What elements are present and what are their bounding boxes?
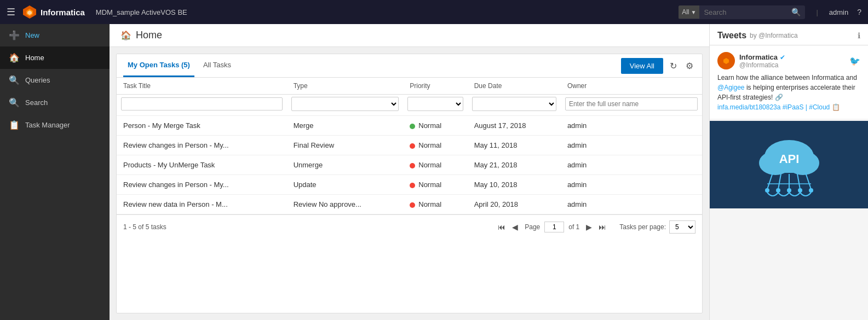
svg-point-17 [776, 188, 780, 193]
tweets-header: Tweets by @Informatica ℹ [710, 24, 868, 45]
first-page-button[interactable]: ⏮ [496, 222, 508, 232]
cell-owner-1: admin [561, 136, 702, 155]
help-icon[interactable]: ? [857, 8, 861, 16]
tweet-tags: #iPaaS | #Cloud [783, 103, 830, 111]
table-row: Products - My UnMerge Task Unmerge Norma… [117, 155, 702, 175]
tweet-name-row: Informatica ✔ [739, 53, 785, 61]
global-search: All ▼ 🔍 [679, 5, 805, 19]
sidebar-item-task-manager[interactable]: 📋 Task Manager [0, 114, 110, 136]
sidebar-label-new: New [25, 31, 39, 39]
last-page-button[interactable]: ⏭ [596, 222, 608, 232]
tab-my-open-tasks[interactable]: My Open Tasks (5) [123, 54, 194, 77]
sidebar-label-search: Search [25, 98, 48, 107]
cell-title-4: Review new data in Person - M... [117, 195, 287, 214]
tweets-title: Tweets [717, 31, 746, 40]
settings-button[interactable]: ⚙ [683, 59, 695, 73]
tab-all-tasks[interactable]: All Tasks [199, 54, 235, 77]
priority-dot-2 [410, 163, 415, 168]
main-content: 🏠 Home My Open Tasks (5) All Tasks View … [110, 24, 709, 320]
filter-row [117, 95, 702, 116]
user-label[interactable]: admin [829, 8, 848, 16]
logo-text: Informatica [41, 8, 85, 17]
prev-page-button[interactable]: ◀ [510, 222, 520, 232]
cell-due-date-4: April 20, 2018 [468, 195, 561, 214]
filter-due-date-select[interactable] [472, 97, 556, 111]
cell-priority-0: Normal [403, 116, 467, 136]
cell-priority-2: Normal [403, 155, 467, 175]
next-page-button[interactable]: ▶ [584, 222, 594, 232]
global-search-input[interactable] [699, 5, 787, 19]
cell-type-2: Unmerge [287, 155, 404, 175]
table-row: Review new data in Person - M... Review … [117, 195, 702, 214]
svg-point-20 [809, 188, 813, 193]
tweet-link[interactable]: infa.media/bt180823a [717, 103, 780, 111]
topnav: ☰ Informatica MDM_sample ActiveVOS BE Al… [0, 0, 868, 24]
per-page-controls: Tasks per page: 5 10 25 [619, 220, 695, 234]
tab-actions: View All ↻ ⚙ [621, 58, 695, 74]
filter-type-cell [287, 95, 404, 116]
verified-icon: ✔ [780, 54, 785, 61]
page-header: 🏠 Home [110, 24, 709, 47]
priority-dot-4 [410, 202, 415, 208]
tweet-author-name: Informatica [739, 53, 778, 61]
cell-title-3: Review changes in Person - My... [117, 175, 287, 195]
search-icon: 🔍 [787, 8, 805, 16]
pagination-controls: ⏮ ◀ Page of 1 ▶ ⏭ [496, 222, 608, 232]
tweet-author: Informatica ✔ @Informatica 🐦 [717, 52, 860, 69]
view-all-button[interactable]: View All [621, 58, 663, 74]
filter-owner-input[interactable] [565, 97, 698, 110]
cell-title-1: Review changes in Person - My... [117, 136, 287, 155]
cell-due-date-3: May 10, 2018 [468, 175, 561, 195]
sidebar-item-home[interactable]: 🏠 Home [0, 46, 110, 69]
tweet-copy-icon: 📋 [832, 103, 840, 111]
hamburger-menu[interactable]: ☰ [7, 6, 15, 18]
filter-title-cell [117, 95, 287, 116]
svg-text:API: API [779, 152, 799, 166]
cell-owner-2: admin [561, 155, 702, 175]
api-illustration: API [729, 124, 849, 206]
home-icon: 🏠 [9, 53, 20, 63]
col-task-title: Task Title [117, 78, 287, 95]
new-icon: ➕ [9, 30, 20, 40]
logo: Informatica [22, 4, 85, 20]
refresh-button[interactable]: ↻ [668, 59, 679, 73]
filter-type-select[interactable] [291, 97, 399, 111]
api-image: API [710, 121, 868, 208]
sidebar-item-search[interactable]: 🔍 Search [0, 91, 110, 114]
cell-type-3: Update [287, 175, 404, 195]
tweet-handle: @Informatica [739, 61, 785, 69]
tweet-card: Informatica ✔ @Informatica 🐦 Learn how t… [710, 45, 868, 119]
sidebar: ➕ New 🏠 Home 🔍 Queries 🔍 Search 📋 Task M… [0, 24, 110, 320]
cell-title-2: Products - My UnMerge Task [117, 155, 287, 175]
cell-priority-3: Normal [403, 175, 467, 195]
cell-priority-4: Normal [403, 195, 467, 214]
page-number-input[interactable] [544, 222, 564, 232]
cell-type-1: Final Review [287, 136, 404, 155]
cell-owner-4: admin [561, 195, 702, 214]
tweet-author-info: Informatica ✔ @Informatica [739, 53, 785, 69]
pagination-row: 1 - 5 of 5 tasks ⏮ ◀ Page of 1 ▶ ⏭ Tasks… [117, 214, 702, 239]
tasks-panel: My Open Tasks (5) All Tasks View All ↻ ⚙… [116, 54, 703, 313]
cell-title-0: Person - My Merge Task [117, 116, 287, 136]
filter-priority-cell [403, 95, 467, 116]
app-name: MDM_sample ActiveVOS BE [96, 8, 187, 16]
cell-priority-1: Normal [403, 136, 467, 155]
filter-due-date-cell [468, 95, 561, 116]
tweet-avatar [717, 52, 735, 69]
page-title: Home [136, 30, 162, 41]
informatica-avatar-icon [721, 55, 732, 66]
tweets-info-icon[interactable]: ℹ [858, 31, 860, 40]
per-page-select[interactable]: 5 10 25 [669, 220, 695, 234]
filter-priority-select[interactable] [407, 97, 463, 111]
informatica-logo-icon [22, 4, 37, 20]
sidebar-item-queries[interactable]: 🔍 Queries [0, 69, 110, 91]
table-row: Review changes in Person - My... Update … [117, 175, 702, 195]
search-filter-dropdown[interactable]: All ▼ [679, 5, 699, 19]
search-nav-icon: 🔍 [9, 97, 20, 108]
filter-title-input[interactable] [121, 97, 283, 110]
priority-dot-1 [410, 143, 415, 149]
sidebar-item-new[interactable]: ➕ New [0, 24, 110, 46]
task-manager-icon: 📋 [9, 120, 20, 130]
tweet-text: Learn how the alliance between Informati… [717, 73, 860, 112]
tweet-mention[interactable]: @Agigee [717, 84, 745, 91]
